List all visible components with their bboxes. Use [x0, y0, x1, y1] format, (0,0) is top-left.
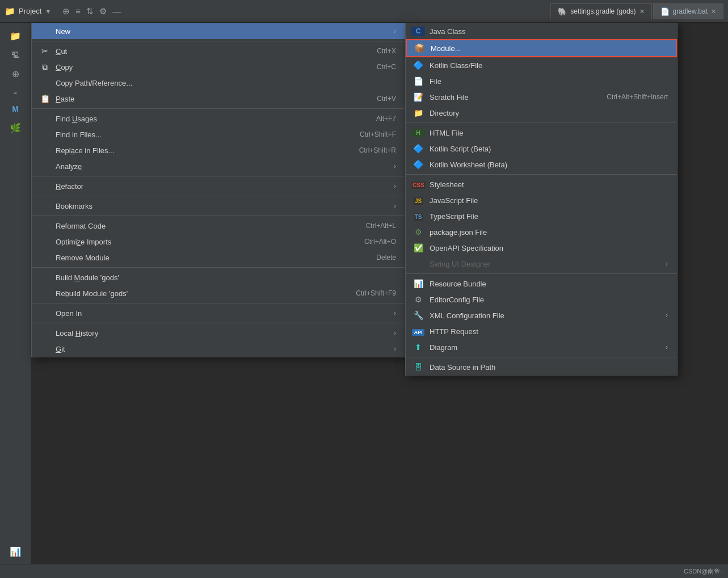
html-icon: H — [411, 129, 425, 137]
submenu-item-scratch[interactable]: 📝 Scratch File Ctrl+Alt+Shift+Insert — [406, 89, 677, 105]
submenu-html-label: HTML File — [430, 129, 668, 137]
submenu-javascript-label: JavaScript File — [430, 196, 668, 205]
diagram-arrow: › — [666, 343, 668, 351]
menu-item-refactor[interactable]: Refactor › — [32, 178, 405, 194]
local-history-arrow: › — [394, 329, 396, 337]
separator-3 — [32, 176, 405, 176]
tabs-area: 🐘 settings.gradle (gods) ✕ 📄 gradlew.bat… — [550, 3, 723, 19]
menu-item-rebuild-module[interactable]: Rebuild Module 'gods' Ctrl+Shift+F9 — [32, 285, 405, 301]
submenu-item-stylesheet[interactable]: CSS Stylesheet — [406, 176, 677, 192]
cut-shortcut: Ctrl+X — [377, 47, 396, 55]
separator-4 — [32, 196, 405, 196]
submenu-item-typescript[interactable]: TS TypeScript File — [406, 208, 677, 224]
menu-item-open-in-label: Open In — [56, 309, 389, 318]
submenu-item-xml-config[interactable]: 🔧 XML Configuration File › — [406, 307, 677, 323]
submenu-item-java-class[interactable]: C Java Class — [406, 23, 677, 39]
submenu-kotlin-worksheet-label: Kotlin Worksheet (Beta) — [430, 161, 668, 169]
title-bar-icons: ⊕ ≡ ⇅ ⚙ — — [62, 6, 121, 16]
sidebar-item-structure[interactable]: 🏗 — [0, 47, 31, 63]
m-icon: M — [12, 104, 19, 113]
menu-item-optimize[interactable]: Optimize Imports Ctrl+Alt+O — [32, 234, 405, 250]
settings-icon[interactable]: ⚙ — [99, 6, 107, 16]
menu-item-reformat[interactable]: Reformat Code Ctrl+Alt+L — [32, 218, 405, 234]
project-icon: 📁 — [5, 6, 15, 16]
submenu-item-kotlin-worksheet[interactable]: 🔷 Kotlin Worksheet (Beta) — [406, 157, 677, 172]
menu-item-paste[interactable]: 📋 Paste Ctrl+V — [32, 91, 405, 107]
tab-gradlew[interactable]: 📄 gradlew.bat ✕ — [653, 3, 723, 19]
submenu-stylesheet-label: Stylesheet — [430, 180, 668, 189]
submenu-resource-bundle-label: Resource Bundle — [430, 280, 668, 288]
project-label[interactable]: Project — [19, 7, 41, 15]
submenu-item-module[interactable]: 📦 Module... — [406, 39, 677, 57]
project-dropdown-icon[interactable]: ▼ — [45, 8, 51, 15]
menu-item-open-in[interactable]: Open In › — [32, 305, 405, 321]
submenu-item-packagejson[interactable]: ⚙ package.json File — [406, 224, 677, 240]
sidebar-item-build[interactable]: 📊 — [0, 543, 31, 560]
title-bar: 📁 Project ▼ ⊕ ≡ ⇅ ⚙ — 🐘 settings.gradle … — [0, 0, 728, 23]
menu-item-replace-files[interactable]: Replace in Files... Ctrl+Shift+R — [32, 142, 405, 158]
menu-item-new[interactable]: New › — [32, 23, 405, 39]
submenu-item-openapi[interactable]: ✅ OpenAPI Specification — [406, 240, 677, 256]
separator-7 — [32, 303, 405, 303]
submenu-new: C Java Class 📦 Module... 🔷 Kotlin Class/… — [405, 23, 677, 376]
sidebar-item-expand2[interactable]: ≡ — [0, 85, 31, 99]
paste-shortcut: Ctrl+V — [377, 95, 396, 103]
sidebar-item-nav[interactable]: ⊕ — [0, 65, 31, 83]
menu-item-analyze[interactable]: Analyze › — [32, 158, 405, 174]
submenu-item-kotlin-class[interactable]: 🔷 Kotlin Class/File — [406, 57, 677, 73]
menu-item-copy-path[interactable]: Copy Path/Reference... — [32, 75, 405, 91]
submenu-item-data-source[interactable]: 🗄 Data Source in Path — [406, 359, 677, 375]
submenu-item-editorconfig[interactable]: ⚙ EditorConfig File — [406, 292, 677, 307]
cut-icon: ✂ — [39, 47, 51, 56]
tab-gradle[interactable]: 🐘 settings.gradle (gods) ✕ — [550, 3, 651, 19]
submenu-item-resource-bundle[interactable]: 📊 Resource Bundle — [406, 276, 677, 292]
menu-item-git-label: Git — [56, 345, 389, 353]
submenu-item-file[interactable]: 📄 File — [406, 73, 677, 89]
project-folder-icon: 📁 — [10, 31, 21, 41]
stylesheet-icon: CSS — [411, 180, 425, 189]
packagejson-icon: ⚙ — [411, 227, 425, 237]
gradle-tab-close[interactable]: ✕ — [639, 8, 645, 15]
menu-item-copy-label: Copy — [56, 63, 354, 71]
menu-item-find-usages-label: Find Usages — [56, 115, 354, 123]
separator-8 — [32, 323, 405, 323]
submenu-kotlin-class-label: Kotlin Class/File — [430, 61, 668, 70]
expand-icon[interactable]: ⇅ — [86, 6, 94, 16]
diagram-icon: ⬆ — [411, 343, 425, 352]
submenu-item-kotlin-script[interactable]: 🔷 Kotlin Script (Beta) — [406, 141, 677, 157]
menu-item-build-module-label: Build Module 'gods' — [56, 273, 396, 282]
menu-item-new-label: New — [56, 27, 389, 36]
analyze-arrow: › — [394, 162, 396, 170]
sidebar-item-project[interactable]: 📁 — [0, 27, 31, 45]
minimize-icon[interactable]: — — [112, 6, 121, 16]
menu-item-find-usages[interactable]: Find Usages Alt+F7 — [32, 111, 405, 126]
menu-item-remove-module[interactable]: Remove Module Delete — [32, 250, 405, 265]
submenu-item-http-request[interactable]: API HTTP Request — [406, 323, 677, 339]
submenu-item-directory[interactable]: 📁 Directory — [406, 105, 677, 121]
sidebar-item-git[interactable]: 🌿 — [0, 119, 31, 137]
submenu-item-javascript[interactable]: JS JavaScript File — [406, 192, 677, 208]
submenu-item-swing[interactable]: Swing UI Designer › — [406, 256, 677, 272]
gradlew-tab-close[interactable]: ✕ — [711, 8, 716, 15]
collapse-icon[interactable]: ≡ — [75, 6, 81, 16]
separator-1 — [32, 41, 405, 41]
reformat-shortcut: Ctrl+Alt+L — [366, 222, 396, 230]
submenu-item-diagram[interactable]: ⬆ Diagram › — [406, 339, 677, 355]
menu-item-local-history[interactable]: Local History › — [32, 325, 405, 341]
gradlew-tab-label: gradlew.bat — [673, 7, 708, 15]
menu-item-bookmarks[interactable]: Bookmarks › — [32, 198, 405, 214]
menu-item-git[interactable]: Git › — [32, 341, 405, 357]
data-source-icon: 🗄 — [411, 362, 425, 372]
menu-item-replace-files-label: Replace in Files... — [56, 146, 336, 155]
menu-item-rebuild-module-label: Rebuild Module 'gods' — [56, 289, 333, 298]
typescript-icon: TS — [411, 212, 425, 221]
menu-item-find-files[interactable]: Find in Files... Ctrl+Shift+F — [32, 126, 405, 142]
sidebar-item-m[interactable]: M — [0, 101, 31, 117]
menu-item-copy[interactable]: ⧉ Copy Ctrl+C — [32, 59, 405, 75]
target-icon[interactable]: ⊕ — [62, 6, 70, 16]
structure-icon: 🏗 — [11, 50, 19, 60]
menu-item-cut[interactable]: ✂ Cut Ctrl+X — [32, 43, 405, 59]
submenu-item-html[interactable]: H HTML File — [406, 125, 677, 141]
submenu-swing-label: Swing UI Designer — [430, 260, 666, 268]
menu-item-build-module[interactable]: Build Module 'gods' — [32, 269, 405, 285]
